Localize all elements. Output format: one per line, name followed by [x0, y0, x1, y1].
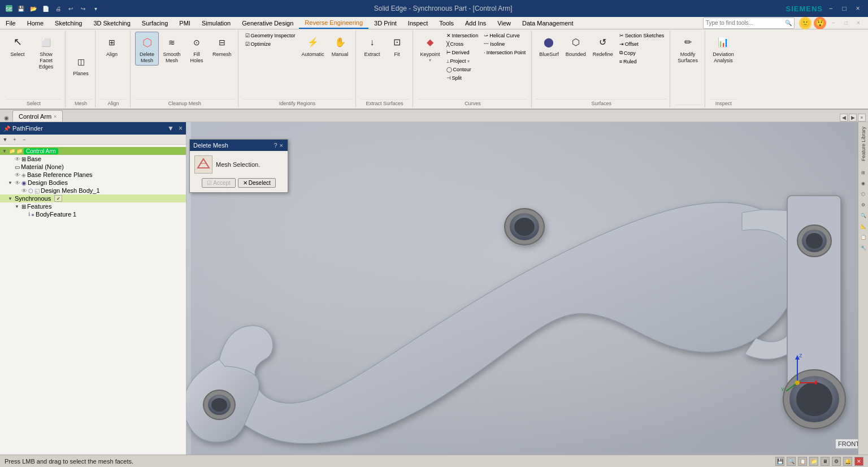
tree-item-material[interactable]: ▭ Material (None): [0, 163, 186, 171]
menu-3d-print[interactable]: 3D Print: [368, 17, 402, 29]
ribbon-btn-remesh[interactable]: ⊟ Remesh: [210, 32, 235, 59]
ribbon-btn-intersect-pt[interactable]: · Intersection Point: [481, 49, 528, 57]
ribbon-btn-keypoint[interactable]: ◆ Keypoint ▾: [418, 32, 443, 64]
help-minimize[interactable]: −: [828, 18, 839, 28]
tree-item-features[interactable]: ▼ ⊞ Features: [0, 202, 186, 210]
qat-print[interactable]: 🖨: [53, 3, 63, 14]
menu-pmi[interactable]: PMI: [173, 17, 196, 29]
window-minimize[interactable]: −: [825, 3, 836, 14]
ribbon-btn-fill-holes[interactable]: ⊙ FillHoles: [185, 32, 209, 66]
window-close[interactable]: ×: [852, 3, 863, 14]
ribbon-btn-bounded[interactable]: ⬡ Bounded: [563, 32, 589, 59]
side-icon-7[interactable]: 📋: [859, 232, 868, 241]
left-panel-toggle[interactable]: ◉: [2, 114, 10, 122]
status-icon-gear[interactable]: ⚙: [832, 457, 841, 466]
side-icon-8[interactable]: 🔧: [859, 243, 868, 252]
feature-library-tab[interactable]: Feature Library: [860, 122, 867, 166]
menu-surfacing[interactable]: Surfacing: [136, 17, 173, 29]
ribbon-btn-helical[interactable]: ⤻ Helical Curve: [481, 32, 522, 40]
ribbon-btn-copy[interactable]: ⧉ Copy: [617, 49, 638, 57]
ribbon-btn-offset[interactable]: ⇥ Offset: [617, 40, 641, 48]
ribbon-btn-intersection[interactable]: ✕ Intersection: [444, 32, 481, 40]
ribbon-btn-delete-mesh[interactable]: ⬡ DeleteMesh: [135, 32, 159, 66]
tree-item-base[interactable]: 👁 ⊞ Base: [0, 155, 186, 163]
tree-item-synchronous[interactable]: ▼ Synchronous ✓: [0, 194, 186, 202]
pf-filter-icon[interactable]: ▼: [167, 124, 174, 132]
menu-simulation[interactable]: Simulation: [196, 17, 236, 29]
qat-redo[interactable]: ↪: [78, 3, 88, 14]
ribbon-btn-show-edges[interactable]: ⬜ Show FacetEdges: [31, 32, 62, 71]
ribbon-btn-redefine[interactable]: ↺ Redefine: [590, 32, 616, 59]
ribbon-btn-section-sketches[interactable]: ✂ Section Sketches: [617, 32, 667, 40]
doc-tab-control-arm[interactable]: Control Arm ×: [12, 110, 63, 122]
menu-file[interactable]: File: [0, 17, 21, 29]
tree-item-design-bodies[interactable]: ▼ 👁 ◉ Design Bodies: [0, 179, 186, 187]
side-icon-2[interactable]: ◉: [859, 179, 868, 188]
ribbon-btn-bluesurf[interactable]: ⬤ BlueSurf: [536, 32, 562, 59]
ribbon-btn-deviation[interactable]: 📊 DeviationAnalysis: [710, 32, 737, 66]
tab-nav-close[interactable]: ×: [858, 114, 866, 122]
search-input[interactable]: [706, 20, 785, 26]
doc-tab-close[interactable]: ×: [54, 114, 57, 119]
viewport[interactable]: Z X Y FRONT Feature Library ⊞ ◉ ⬡ ⚙: [186, 122, 868, 455]
menu-home[interactable]: Home: [21, 17, 49, 29]
tree-item-ref-planes[interactable]: 👁 ◈ Base Reference Planes: [0, 171, 186, 179]
status-icon-clipboard[interactable]: 📋: [798, 457, 807, 466]
side-icon-1[interactable]: ⊞: [859, 168, 868, 177]
ribbon-btn-project[interactable]: ⟂ Project ▾: [444, 57, 472, 65]
tab-nav-right[interactable]: ▶: [849, 114, 857, 122]
side-icon-5[interactable]: 🔍: [859, 211, 868, 220]
tree-item-control-arm[interactable]: ▼ 📁 📁 Control Arm: [0, 147, 186, 155]
side-icon-6[interactable]: 📐: [859, 222, 868, 231]
tab-nav-left[interactable]: ◀: [840, 114, 848, 122]
help-restore[interactable]: □: [841, 18, 851, 28]
ribbon-btn-align[interactable]: ⊞ Align: [100, 32, 124, 59]
qat-more[interactable]: ▾: [90, 3, 101, 14]
ribbon-btn-split[interactable]: ⊣ Split: [444, 74, 465, 82]
ribbon-btn-geometry-inspector[interactable]: ☑ Geometry Inspector: [243, 32, 298, 40]
pf-close-btn[interactable]: ×: [179, 124, 183, 132]
search-box[interactable]: 🔍: [703, 18, 795, 29]
dm-accept-btn[interactable]: ☑ Accept: [202, 178, 236, 188]
side-icon-3[interactable]: ⬡: [859, 189, 868, 198]
menu-sketching[interactable]: Sketching: [49, 17, 88, 29]
ribbon-btn-isoline[interactable]: 〰 Isoline: [481, 40, 507, 48]
ribbon-btn-smooth-mesh[interactable]: ≋ SmoothMesh: [160, 32, 184, 66]
tree-item-design-mesh[interactable]: 👁 ⬡ ◱ Design Mesh Body_1: [0, 187, 186, 194]
tree-item-bodyfeature[interactable]: ℹ ● BodyFeature 1: [0, 210, 186, 218]
menu-add-ins[interactable]: Add Ins: [459, 17, 492, 29]
status-icon-save[interactable]: 💾: [775, 457, 784, 466]
pf-tool-collapse[interactable]: −: [20, 135, 29, 144]
status-icon-search[interactable]: 🔍: [787, 457, 796, 466]
dm-help-btn[interactable]: ?: [272, 142, 278, 149]
ribbon-btn-fit[interactable]: ⊡ Fit: [385, 32, 409, 59]
pf-tool-filter[interactable]: ▼: [1, 135, 10, 144]
ribbon-btn-cross[interactable]: ╳ Cross: [444, 40, 466, 48]
menu-data-management[interactable]: Data Management: [517, 17, 579, 29]
status-icon-bell[interactable]: 🔔: [843, 457, 852, 466]
ribbon-btn-select[interactable]: ↖ Select: [6, 32, 29, 59]
menu-generative-design[interactable]: Generative Design: [236, 17, 299, 29]
menu-tools[interactable]: Tools: [433, 17, 459, 29]
ribbon-btn-ruled[interactable]: ≡ Ruled: [617, 58, 639, 66]
menu-reverse-engineering[interactable]: Reverse Engineering: [299, 17, 368, 29]
ribbon-btn-manual[interactable]: ✋ Manual: [328, 32, 352, 59]
ribbon-btn-derived[interactable]: ⊢ Derived: [444, 49, 472, 57]
qat-new[interactable]: 📄: [41, 3, 51, 14]
menu-3d-sketching[interactable]: 3D Sketching: [88, 17, 136, 29]
help-close[interactable]: ×: [853, 18, 863, 28]
menu-inspect[interactable]: Inspect: [402, 17, 433, 29]
ribbon-btn-extract[interactable]: ↓ Extract: [361, 32, 384, 59]
qat-save[interactable]: 💾: [16, 3, 26, 14]
qat-open[interactable]: 📂: [28, 3, 38, 14]
ribbon-btn-optimize[interactable]: ☑ Optimize: [243, 40, 274, 48]
qat-undo[interactable]: ↩: [66, 3, 76, 14]
ribbon-btn-contour[interactable]: ◯ Contour: [444, 66, 474, 73]
menu-view[interactable]: View: [492, 17, 517, 29]
status-icon-error[interactable]: ✕: [854, 457, 863, 466]
side-icon-4[interactable]: ⚙: [859, 200, 868, 209]
pf-tool-expand[interactable]: +: [10, 135, 19, 144]
status-icon-folder[interactable]: 📁: [809, 457, 818, 466]
dm-close-btn[interactable]: ×: [279, 142, 284, 149]
ribbon-btn-automatic[interactable]: ⚡ Automatic: [299, 32, 327, 59]
